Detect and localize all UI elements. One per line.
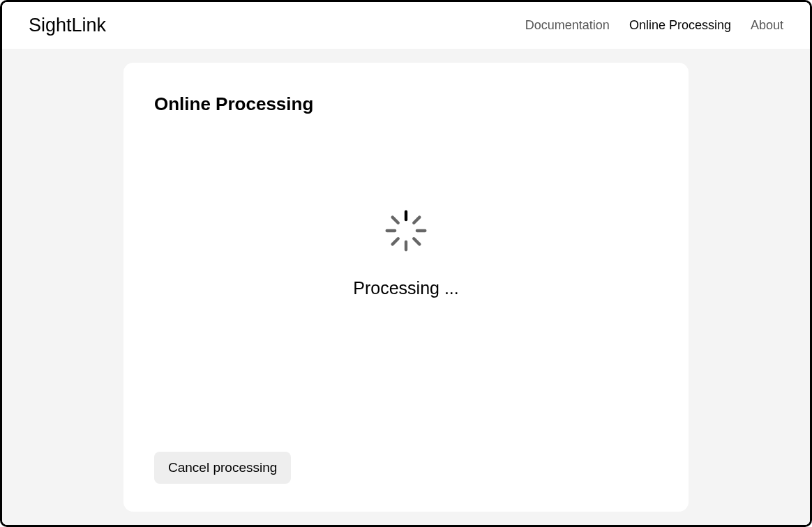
header: SightLink Documentation Online Processin…	[2, 2, 810, 49]
cancel-processing-button[interactable]: Cancel processing	[154, 452, 291, 484]
nav-about[interactable]: About	[751, 18, 783, 33]
app-logo[interactable]: SightLink	[29, 15, 106, 36]
svg-line-7	[393, 217, 398, 223]
svg-line-5	[393, 238, 398, 244]
nav-documentation[interactable]: Documentation	[525, 18, 610, 33]
processing-status-text: Processing ...	[353, 278, 458, 298]
main-nav: Documentation Online Processing About	[525, 18, 783, 33]
content-area: Online Processing Processi	[2, 49, 810, 525]
page-title: Online Processing	[154, 93, 658, 115]
svg-line-1	[414, 217, 419, 223]
nav-online-processing[interactable]: Online Processing	[629, 18, 731, 33]
loading-spinner-icon	[381, 206, 431, 256]
processing-status: Processing ...	[154, 136, 658, 452]
svg-line-3	[414, 238, 419, 244]
processing-card: Online Processing Processi	[123, 63, 689, 512]
